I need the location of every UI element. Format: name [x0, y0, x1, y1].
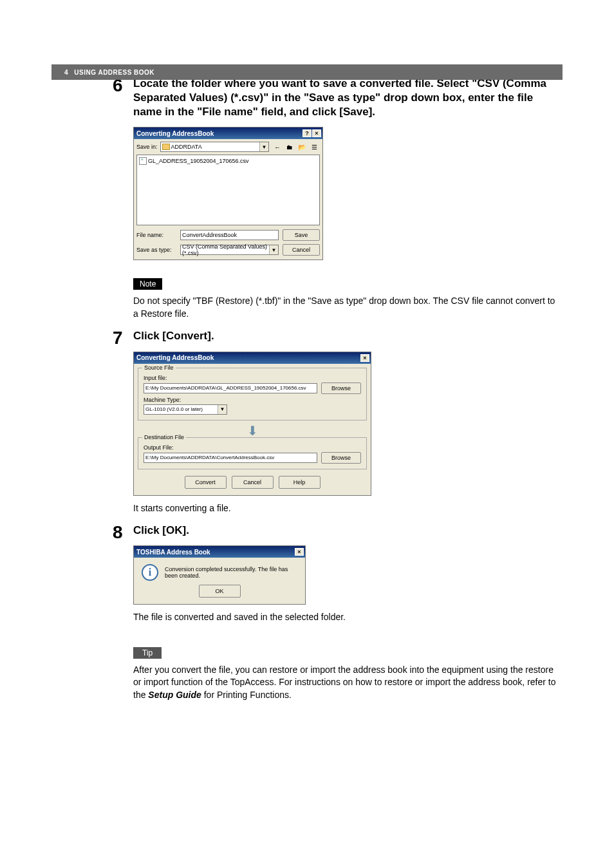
dest-legend: Destination File — [142, 434, 186, 440]
setup-guide-ref: Setup Guide — [148, 690, 201, 700]
note-text: Do not specify "TBF (Restore) (*.tbf)" i… — [133, 295, 563, 320]
save-button[interactable]: Save — [283, 229, 320, 241]
tip-text: After you convert the file, you can rest… — [133, 664, 563, 702]
titlebar: TOSHIBA Address Book × — [134, 546, 305, 558]
up-folder-icon[interactable]: 🖿 — [284, 142, 295, 152]
section-number: 4 — [64, 69, 68, 76]
input-file-field[interactable]: E:\My Documents\ADDRDATA\GL_ADDRESS_1905… — [144, 383, 317, 393]
saveastype-dropdown[interactable]: CSV (Comma Separated Values) (*.csv) ▼ — [180, 245, 279, 255]
save-in-dropdown[interactable]: ADDRDATA ▼ — [160, 142, 269, 152]
close-button[interactable]: × — [360, 354, 369, 362]
save-in-label: Save in: — [136, 144, 158, 150]
close-button[interactable]: × — [295, 548, 304, 556]
file-entry[interactable]: GL_ADDRESS_19052004_170656.csv — [139, 157, 317, 165]
step-8-number: 8 — [113, 524, 133, 542]
save-in-value: ADDRDATA — [171, 144, 202, 150]
help-button[interactable]: ? — [302, 129, 312, 137]
browse-button[interactable]: Browse — [321, 382, 361, 394]
tip-badge: Tip — [133, 647, 162, 659]
convert-dialog: Converting AddressBook × Source File Inp… — [133, 352, 371, 496]
note-badge: Note — [133, 278, 162, 290]
confirmation-message: Conversion completed successfully. The f… — [165, 566, 297, 579]
machine-type-label: Machine Type: — [144, 397, 361, 403]
filename-input[interactable]: ConvertAddressBook — [180, 230, 279, 240]
header-band: 4 USING ADDRESS BOOK — [51, 64, 563, 80]
chevron-down-icon[interactable]: ▼ — [269, 245, 278, 254]
step-7-title: Click [Convert]. — [133, 329, 563, 343]
new-folder-icon[interactable]: 📂 — [296, 142, 308, 152]
file-entry-label: GL_ADDRESS_19052004_170656.csv — [148, 158, 249, 164]
dialog-title: Converting AddressBook — [136, 130, 214, 137]
header-text: 4 USING ADDRESS BOOK — [64, 69, 154, 76]
close-button[interactable]: × — [312, 129, 321, 137]
machine-type-select[interactable]: GL-1010 (V2.0.0 or later) ▼ — [144, 404, 227, 415]
view-menu-icon[interactable]: ☰ — [308, 142, 320, 152]
section-title: USING ADDRESS BOOK — [74, 69, 154, 76]
source-legend: Source File — [142, 364, 176, 371]
step-7-after-text: It starts converting a file. — [133, 502, 563, 515]
titlebar: Converting AddressBook ? × — [134, 127, 322, 139]
step-8-after-text: The file is converted and saved in the s… — [133, 611, 563, 624]
source-file-fieldset: Source File Input file: E:\My Documents\… — [138, 368, 367, 420]
info-icon: i — [142, 564, 158, 581]
step-7-number: 7 — [113, 329, 133, 347]
csv-file-icon — [139, 157, 147, 165]
step-7: 7 Click [Convert]. — [113, 329, 563, 347]
chevron-down-icon[interactable]: ▼ — [259, 142, 268, 151]
dialog-title: TOSHIBA Address Book — [136, 549, 210, 556]
help-button[interactable]: Help — [279, 476, 321, 489]
titlebar: Converting AddressBook × — [134, 352, 371, 364]
file-list-area[interactable]: GL_ADDRESS_19052004_170656.csv — [136, 155, 320, 225]
step-6-title: Locate the folder where you want to save… — [133, 77, 563, 119]
step-8: 8 Click [OK]. — [113, 524, 563, 542]
step-8-title: Click [OK]. — [133, 524, 563, 538]
saveastype-value: CSV (Comma Separated Values) (*.csv) — [182, 243, 277, 256]
dialog-title: Converting AddressBook — [136, 354, 214, 361]
tip-after: for Printing Functions. — [201, 690, 292, 700]
cancel-button[interactable]: Cancel — [283, 244, 320, 256]
step-6-number: 6 — [113, 77, 133, 123]
input-file-label: Input file: — [144, 375, 361, 381]
folder-icon — [162, 144, 170, 150]
save-toolbar: Save in: ADDRDATA ▼ ← 🖿 📂 ☰ — [134, 139, 322, 155]
ok-button[interactable]: OK — [199, 585, 241, 598]
output-file-field[interactable]: E:\My Documents\ADDRDATA\ConvertAddressB… — [144, 453, 317, 463]
confirmation-dialog: TOSHIBA Address Book × i Conversion comp… — [133, 545, 306, 605]
destination-file-fieldset: Destination File Output File: E:\My Docu… — [138, 437, 367, 469]
output-file-label: Output File: — [144, 444, 361, 451]
filename-value: ConvertAddressBook — [182, 232, 237, 238]
machine-type-value: GL-1010 (V2.0.0 or later) — [145, 406, 203, 412]
filename-label: File name: — [136, 232, 176, 238]
save-as-dialog: Converting AddressBook ? × Save in: ADDR… — [133, 127, 323, 260]
browse-button[interactable]: Browse — [321, 452, 361, 464]
convert-button[interactable]: Convert — [185, 476, 227, 489]
step-6: 6 Locate the folder where you want to sa… — [113, 77, 563, 123]
chevron-down-icon[interactable]: ▼ — [218, 405, 227, 414]
saveastype-label: Save as type: — [136, 247, 176, 253]
output-file-value: E:\My Documents\ADDRDATA\ConvertAddressB… — [145, 455, 274, 460]
back-icon[interactable]: ← — [272, 142, 283, 152]
input-file-value: E:\My Documents\ADDRDATA\GL_ADDRESS_1905… — [145, 385, 306, 391]
cancel-button[interactable]: Cancel — [232, 476, 274, 489]
